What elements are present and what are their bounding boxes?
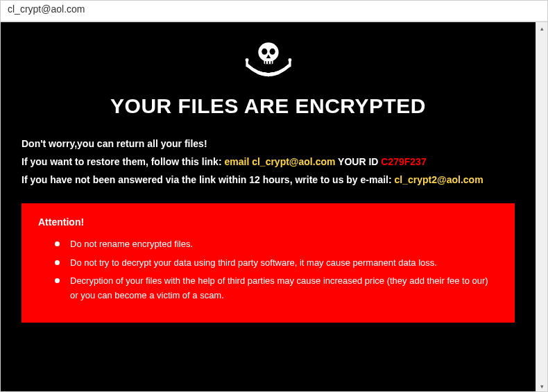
scroll-up-button[interactable]: ▴ bbox=[536, 22, 547, 34]
svg-point-11 bbox=[288, 58, 291, 62]
instruction-line-2: If you want to restore them, follow this… bbox=[22, 154, 515, 171]
attention-item: Do not rename encrypted files. bbox=[55, 237, 498, 252]
chevron-up-icon: ▴ bbox=[540, 25, 544, 32]
instruction-line-3: If you have not been answered via the li… bbox=[22, 172, 515, 189]
instr3-text: If you have not been answered via the li… bbox=[22, 174, 395, 185]
instructions-block: Don't worry,you can return all your file… bbox=[22, 136, 515, 188]
attention-list: Do not rename encrypted files. Do not tr… bbox=[38, 237, 498, 303]
vertical-scrollbar[interactable]: ▴ ▾ bbox=[536, 22, 547, 392]
svg-point-0 bbox=[258, 42, 278, 62]
svg-point-2 bbox=[262, 49, 267, 55]
contact-email-2: cl_crypt2@aol.com bbox=[395, 174, 483, 185]
email-prefix: email bbox=[224, 156, 252, 167]
instruction-line-1: Don't worry,you can return all your file… bbox=[22, 136, 515, 153]
scroll-down-button[interactable]: ▾ bbox=[536, 380, 547, 392]
chevron-down-icon: ▾ bbox=[540, 383, 544, 390]
your-id-label: YOUR ID bbox=[335, 156, 381, 167]
skull-crossed-swords-icon bbox=[22, 37, 515, 89]
your-id-value: C279F237 bbox=[381, 156, 426, 167]
svg-rect-6 bbox=[268, 61, 269, 64]
svg-point-10 bbox=[245, 58, 248, 62]
contact-email-1: cl_crypt@aol.com bbox=[252, 156, 335, 167]
attention-item: Decryption of your files with the help o… bbox=[55, 274, 498, 303]
attention-box: Attention! Do not rename encrypted files… bbox=[22, 203, 515, 323]
ransom-note-content: YOUR FILES ARE ENCRYPTED Don't worry,you… bbox=[1, 22, 536, 392]
window-frame: YOUR FILES ARE ENCRYPTED Don't worry,you… bbox=[1, 22, 547, 392]
headline: YOUR FILES ARE ENCRYPTED bbox=[22, 94, 515, 118]
svg-point-3 bbox=[269, 49, 275, 55]
scrollbar-track[interactable] bbox=[536, 34, 547, 380]
window-titlebar: cl_crypt@aol.com bbox=[1, 1, 547, 22]
svg-rect-7 bbox=[271, 61, 272, 64]
svg-rect-5 bbox=[265, 61, 266, 64]
attention-item: Do not try to decrypt your data using th… bbox=[55, 256, 498, 271]
window-title: cl_crypt@aol.com bbox=[8, 3, 85, 15]
instr2-text: If you want to restore them, follow this… bbox=[22, 156, 224, 167]
attention-title: Attention! bbox=[38, 214, 498, 230]
